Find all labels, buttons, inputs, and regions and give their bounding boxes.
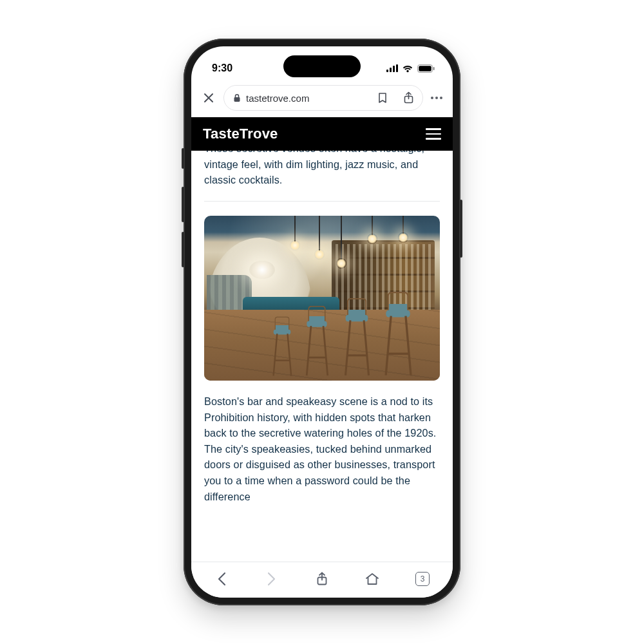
phone-side-button	[182, 148, 184, 169]
back-button[interactable]	[206, 566, 237, 592]
phone-side-button	[182, 232, 184, 267]
svg-rect-5	[419, 66, 431, 71]
close-button[interactable]	[198, 87, 220, 109]
menu-button[interactable]	[426, 128, 441, 140]
svg-rect-0	[386, 70, 388, 72]
tabs-button[interactable]: 3	[407, 566, 438, 592]
address-bar[interactable]: tastetrove.com	[223, 85, 423, 111]
svg-point-10	[435, 97, 438, 99]
more-button[interactable]	[427, 87, 446, 109]
address-url: tastetrove.com	[246, 93, 367, 104]
divider	[204, 201, 440, 202]
home-button[interactable]	[357, 566, 388, 592]
forward-button[interactable]	[256, 566, 287, 592]
wifi-icon	[402, 64, 413, 73]
svg-rect-7	[234, 97, 240, 102]
dynamic-island	[283, 55, 361, 77]
article-paragraph: Boston's bar and speakeasy scene is a no…	[204, 393, 440, 504]
phone-screen: 9:30	[191, 46, 453, 598]
svg-rect-1	[390, 68, 392, 72]
svg-point-11	[440, 97, 442, 99]
phone-frame: 9:30	[184, 39, 460, 605]
status-time: 9:30	[212, 62, 232, 74]
browser-toolbar: 3	[191, 562, 453, 598]
lock-icon	[233, 93, 241, 102]
cellular-icon	[386, 64, 398, 72]
phone-side-button	[460, 200, 462, 258]
svg-point-9	[431, 97, 433, 99]
article-image	[204, 216, 440, 381]
article-content[interactable]: These secretive venues often have a nost…	[191, 151, 453, 562]
battery-icon	[417, 64, 435, 73]
share-button-toolbar[interactable]	[307, 566, 337, 592]
phone-side-button	[182, 187, 184, 222]
tab-count: 3	[415, 572, 430, 586]
article-paragraph: These secretive venues often have a nost…	[204, 151, 440, 188]
svg-rect-2	[393, 66, 395, 72]
bookmark-button[interactable]	[372, 88, 393, 108]
share-button[interactable]	[398, 88, 419, 108]
svg-rect-6	[433, 67, 435, 70]
svg-rect-3	[396, 64, 398, 72]
site-header: TasteTrove	[191, 117, 453, 151]
site-brand[interactable]: TasteTrove	[203, 126, 278, 142]
browser-address-row: tastetrove.com	[191, 81, 453, 117]
